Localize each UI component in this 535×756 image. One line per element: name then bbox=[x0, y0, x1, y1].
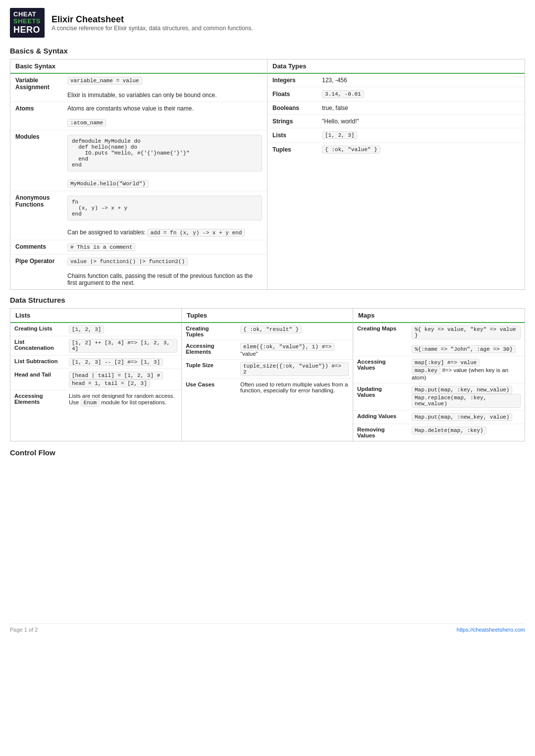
code-snippet: value |> function1() |> function2() bbox=[67, 258, 188, 266]
row-label: List Subtraction bbox=[10, 356, 65, 369]
data-types-table: Integers 123, -456 Floats 3.14, -0.01 Bo… bbox=[268, 74, 525, 157]
table-row: Booleans true, false bbox=[268, 102, 525, 115]
row-content: [1, 2, 3] bbox=[65, 323, 181, 336]
footer-link[interactable]: https://cheatsheetshero.com bbox=[457, 627, 525, 633]
row-content: "Hello, world!" bbox=[317, 115, 525, 128]
row-content: Map.put(map, :key, new_value) Map.replac… bbox=[408, 383, 525, 411]
code-snippet: [1, 2] ++ [3, 4] #=> [1, 2, 3, 4] bbox=[69, 339, 177, 353]
table-row: AccessingElements Lists are not designed… bbox=[10, 390, 181, 410]
row-content: [1, 2] ++ [3, 4] #=> [1, 2, 3, 4] bbox=[65, 336, 181, 356]
table-row: AccessingElements elem({:ok, "value"}, 1… bbox=[182, 340, 353, 360]
code-snippet: [1, 2, 3] bbox=[69, 325, 104, 333]
data-structures-grid: Lists Creating Lists [1, 2, 3] ListConca… bbox=[10, 308, 525, 441]
row-text: Elixir is immutable, so variables can on… bbox=[67, 92, 217, 99]
row-content: # This is a comment bbox=[62, 240, 267, 255]
table-row: Pipe Operator value |> function1() |> fu… bbox=[10, 255, 267, 290]
row-label: Creating Maps bbox=[353, 323, 408, 356]
maps-heading: Maps bbox=[353, 309, 525, 323]
row-label: CreatingTuples bbox=[182, 323, 236, 340]
logo-hero: HERO bbox=[13, 25, 41, 35]
code-snippet: map[:key] #=> value bbox=[412, 359, 480, 367]
code-snippet: [1, 2, 3] bbox=[322, 131, 357, 139]
code-snippet: { :ok, "value" } bbox=[322, 146, 380, 154]
row-content: variable_name = value Elixir is immutabl… bbox=[62, 74, 267, 102]
row-label: Head and Tail bbox=[10, 369, 65, 390]
row-label: RemovingValues bbox=[353, 424, 408, 441]
table-row: Atoms Atoms are constants whose value is… bbox=[10, 102, 267, 130]
row-content: 3.14, -0.01 bbox=[317, 87, 525, 102]
basic-syntax-heading: Basic Syntax bbox=[10, 59, 267, 74]
code-block: defmodule MyModule do def hello(name) do… bbox=[67, 135, 262, 171]
row-text: "value" bbox=[240, 351, 258, 357]
code-block: fn (x, y) -> x + y end bbox=[67, 196, 262, 220]
table-row: VariableAssignment variable_name = value… bbox=[10, 74, 267, 102]
control-flow-spacer bbox=[10, 460, 525, 608]
lists-heading: Lists bbox=[10, 309, 181, 323]
page-header: CHEAT SHEETS HERO Elixir Cheatsheet A co… bbox=[10, 8, 525, 38]
tuples-table: CreatingTuples { :ok, "result" } Accessi… bbox=[182, 323, 353, 396]
tuples-col: Tuples CreatingTuples { :ok, "result" } … bbox=[182, 309, 353, 441]
code-snippet: Enum bbox=[81, 399, 100, 407]
row-label: Use Cases bbox=[182, 379, 236, 396]
maps-col: Maps Creating Maps %{ key => value, "key… bbox=[353, 309, 525, 441]
row-label: AccessingValues bbox=[353, 356, 408, 383]
code-snippet: add = fn (x, y) -> x + y end bbox=[147, 229, 245, 237]
row-content: Map.put(map, :new_key, value) bbox=[408, 411, 525, 424]
logo: CHEAT SHEETS HERO bbox=[10, 8, 45, 38]
row-label: VariableAssignment bbox=[10, 74, 62, 102]
table-row: List Subtraction [1, 2, 3] -- [2] #=> [1… bbox=[10, 356, 181, 369]
row-label: Atoms bbox=[10, 102, 62, 130]
row-label: Adding Values bbox=[353, 411, 408, 424]
row-content: Map.delete(map, :key) bbox=[408, 424, 525, 441]
maps-table: Creating Maps %{ key => value, "key" => … bbox=[353, 323, 525, 441]
table-row: RemovingValues Map.delete(map, :key) bbox=[353, 424, 525, 441]
table-row: Use Cases Often used to return multiple … bbox=[182, 379, 353, 396]
data-types-heading: Data Types bbox=[268, 59, 525, 74]
row-text: Chains function calls, passing the resul… bbox=[67, 272, 253, 286]
row-text: Can be assigned to variables: bbox=[67, 229, 147, 236]
data-structures-heading: Data Structures bbox=[10, 296, 525, 305]
logo-sheets: SHEETS bbox=[13, 18, 41, 25]
row-content: fn (x, y) -> x + y end Can be assigned t… bbox=[62, 191, 267, 240]
row-label: Strings bbox=[268, 115, 317, 128]
code-snippet: variable_name = value bbox=[67, 77, 142, 85]
code-snippet: tuple_size({:ok, "value"}) #=> 2 bbox=[240, 362, 349, 376]
control-flow-heading: Control Flow bbox=[10, 448, 525, 457]
row-label: Integers bbox=[268, 74, 317, 87]
table-row: Tuple Size tuple_size({:ok, "value"}) #=… bbox=[182, 360, 353, 379]
row-content: [head | tail] = [1, 2, 3] # head = 1, ta… bbox=[65, 369, 181, 390]
basics-syntax-grid: Basic Syntax VariableAssignment variable… bbox=[10, 59, 525, 290]
code-snippet: [1, 2, 3] -- [2] #=> [1, 3] bbox=[69, 358, 163, 366]
code-snippet: %{:name => "John", :age => 30} bbox=[412, 345, 516, 353]
row-content: %{ key => value, "key" => value } %{:nam… bbox=[408, 323, 525, 356]
row-content: true, false bbox=[317, 102, 525, 115]
row-label: Tuple Size bbox=[182, 360, 236, 379]
table-row: Floats 3.14, -0.01 bbox=[268, 87, 525, 102]
code-snippet: :atom_name bbox=[67, 119, 106, 127]
row-label: Comments bbox=[10, 240, 62, 255]
row-content: { :ok, "value" } bbox=[317, 143, 525, 157]
row-label: Modules bbox=[10, 130, 62, 191]
tuples-heading: Tuples bbox=[182, 309, 353, 323]
basics-syntax-heading: Basics & Syntax bbox=[10, 47, 525, 56]
code-snippet: Map.replace(map, :key, new_value) bbox=[412, 394, 521, 408]
code-snippet: elem({:ok, "value"}, 1) #=> bbox=[240, 343, 334, 351]
code-snippet: Map.delete(map, :key) bbox=[412, 427, 486, 434]
table-row: Creating Lists [1, 2, 3] bbox=[10, 323, 181, 336]
table-row: CreatingTuples { :ok, "result" } bbox=[182, 323, 353, 340]
row-text: Lists are not designed for random access… bbox=[69, 393, 175, 405]
lists-col: Lists Creating Lists [1, 2, 3] ListConca… bbox=[10, 309, 182, 441]
row-text: Atoms are constants whose value is their… bbox=[67, 105, 194, 112]
table-row: Lists [1, 2, 3] bbox=[268, 128, 525, 143]
logo-cheat: CHEAT bbox=[13, 11, 41, 18]
row-label: Creating Lists bbox=[10, 323, 65, 336]
lists-table: Creating Lists [1, 2, 3] ListConcatenati… bbox=[10, 323, 181, 409]
row-content: 123, -456 bbox=[317, 74, 525, 87]
table-row: Integers 123, -456 bbox=[268, 74, 525, 87]
table-row: AccessingValues map[:key] #=> value map.… bbox=[353, 356, 525, 383]
page-number: Page 1 of 2 bbox=[10, 627, 38, 633]
code-snippet: head = 1, tail = [2, 3] bbox=[69, 379, 150, 387]
code-snippet: %{ key => value, "key" => value } bbox=[412, 325, 521, 339]
table-row: Strings "Hello, world!" bbox=[268, 115, 525, 128]
code-snippet: 3.14, -0.01 bbox=[322, 90, 364, 98]
